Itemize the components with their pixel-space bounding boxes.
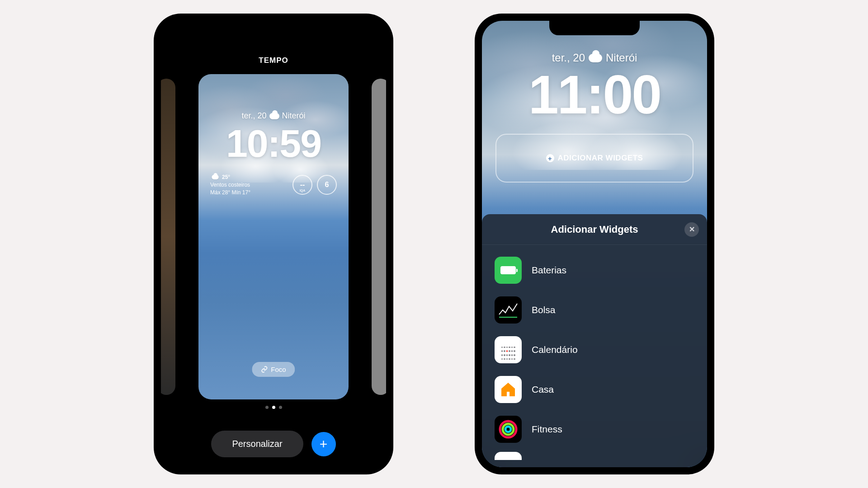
- list-item-casa[interactable]: Casa: [482, 370, 707, 409]
- battery-icon: [495, 257, 522, 284]
- wallpaper-next-peek[interactable]: [372, 79, 386, 395]
- wallpaper-editor-footer: Personalizar +: [161, 431, 386, 457]
- svg-point-3: [505, 427, 511, 432]
- uv-value: 6: [325, 181, 329, 189]
- list-item-peek[interactable]: [495, 452, 522, 460]
- link-icon: [261, 366, 268, 373]
- page-dot: [265, 406, 269, 409]
- lockscreen-widgets-row[interactable]: 25° Ventos costeiros Máx 28° Mín 17° -- …: [210, 174, 337, 196]
- focus-link-button[interactable]: Foco: [252, 362, 295, 377]
- notch: [549, 21, 640, 35]
- location-text: Niterói: [606, 52, 637, 64]
- aqi-label: IQA: [300, 189, 305, 192]
- sheet-header: Adicionar Widgets ✕: [482, 214, 707, 245]
- close-button[interactable]: ✕: [684, 222, 699, 237]
- weather-condition: Ventos costeiros: [210, 181, 250, 189]
- plus-icon: +: [320, 436, 328, 452]
- widget-app-list[interactable]: Baterias Bolsa: [482, 245, 707, 460]
- list-item-calendario[interactable]: Calendário: [482, 330, 707, 370]
- aqi-value: --: [300, 181, 305, 189]
- widget-picker-sheet: Adicionar Widgets ✕ Baterias Bolsa: [482, 214, 707, 467]
- plus-circle-icon: +: [546, 154, 554, 162]
- weather-text-widget[interactable]: 25° Ventos costeiros Máx 28° Mín 17°: [210, 174, 250, 196]
- stocks-icon: [495, 296, 522, 324]
- cloud-icon: [212, 175, 218, 179]
- uv-ring-widget[interactable]: 6: [317, 175, 337, 195]
- list-item-label: Baterias: [532, 265, 566, 276]
- add-widgets-label: ADICIONAR WIDGETS: [558, 154, 643, 163]
- add-wallpaper-button[interactable]: +: [311, 432, 336, 456]
- list-item-baterias[interactable]: Baterias: [482, 250, 707, 290]
- close-icon: ✕: [689, 225, 695, 234]
- page-indicator: [161, 406, 386, 409]
- home-icon: [495, 376, 522, 403]
- wallpaper-preview[interactable]: ter., 20 Niterói 10:59 25° Ventos costei…: [198, 74, 349, 399]
- phone-left-screen: TEMPO ter., 20 Niterói 10:59 25°: [161, 21, 386, 467]
- lockscreen-date-row[interactable]: ter., 20 Niterói: [482, 52, 707, 64]
- list-item-label: Casa: [532, 384, 554, 395]
- cloud-icon: [589, 54, 602, 62]
- date-text: ter., 20: [552, 52, 585, 64]
- page-dot: [279, 406, 282, 409]
- cloud-icon: [269, 113, 279, 119]
- personalize-button[interactable]: Personalizar: [211, 431, 303, 457]
- phone-left: TEMPO ter., 20 Niterói 10:59 25°: [154, 14, 393, 474]
- page-dot-active: [272, 406, 275, 409]
- list-item-bolsa[interactable]: Bolsa: [482, 290, 707, 330]
- list-item-label: Fitness: [532, 424, 562, 435]
- notch: [228, 21, 319, 35]
- sheet-title: Adicionar Widgets: [551, 224, 638, 235]
- lockscreen-date-row[interactable]: ter., 20 Niterói: [198, 111, 349, 121]
- calendar-icon: [495, 336, 522, 363]
- date-text: ter., 20: [241, 111, 266, 121]
- list-item-label: Bolsa: [532, 305, 556, 315]
- weather-hilo: Máx 28° Mín 17°: [210, 189, 250, 197]
- lockscreen-time[interactable]: 11:00: [482, 63, 707, 126]
- phone-right: ter., 20 Niterói 11:00 + ADICIONAR WIDGE…: [475, 14, 714, 474]
- weather-temp: 25°: [222, 174, 230, 181]
- wallpaper-carousel[interactable]: ter., 20 Niterói 10:59 25° Ventos costei…: [161, 74, 386, 399]
- list-item-fitness[interactable]: Fitness: [482, 409, 707, 449]
- aqi-ring-widget[interactable]: -- IQA: [292, 175, 312, 195]
- fitness-icon: [495, 416, 522, 443]
- phone-right-screen: ter., 20 Niterói 11:00 + ADICIONAR WIDGE…: [482, 21, 707, 467]
- wallpaper-prev-peek[interactable]: [161, 79, 175, 395]
- add-widgets-slot[interactable]: + ADICIONAR WIDGETS: [495, 134, 693, 183]
- focus-label: Foco: [271, 366, 286, 373]
- location-text: Niterói: [282, 111, 306, 121]
- list-item-label: Calendário: [532, 344, 578, 355]
- lockscreen-time[interactable]: 10:59: [198, 121, 349, 166]
